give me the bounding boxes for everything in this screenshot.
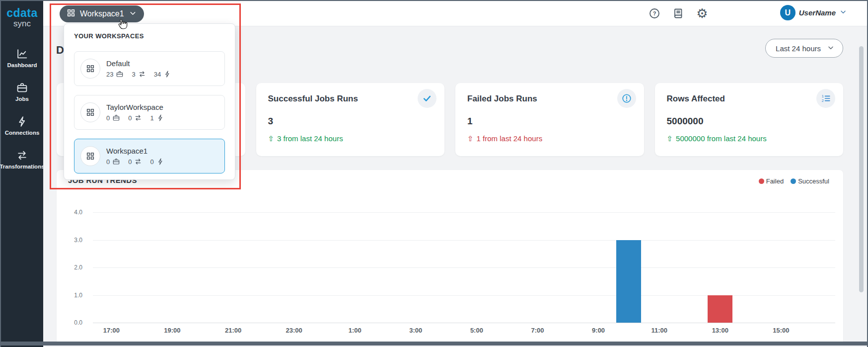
legend-item-failed[interactable]: Failed — [759, 177, 784, 185]
workspace-stat-count: 3 — [132, 71, 135, 78]
stat-card-rows-affected: Rows Affected125000000⇧5000000 from last… — [655, 83, 844, 156]
docs-icon[interactable] — [672, 7, 684, 19]
job-run-trends-panel: JOB RUN TRENDS FailedSuccessful 4.03.02.… — [57, 170, 843, 342]
bar-chart-plot — [93, 212, 835, 323]
workspace-stat-count: 0 — [150, 158, 153, 166]
sidebar-item-label: Transformations — [0, 164, 45, 170]
legend-item-successful[interactable]: Successful — [791, 177, 829, 185]
user-name: UserName — [799, 8, 836, 17]
workspace-stat-count: 34 — [154, 71, 161, 78]
x-tick-label: 13:00 — [712, 327, 728, 334]
logo-cdata: cdata — [1, 7, 43, 19]
lightning-icon — [16, 115, 28, 128]
workspace-stat-count: 0 — [128, 114, 132, 122]
vertical-scrollbar — [857, 26, 865, 342]
y-tick-label: 2.0 — [74, 264, 82, 271]
stat-card-title: Successful Jobs Runs — [268, 94, 433, 104]
x-axis-labels: 17:0019:0021:0023:001:003:005:007:009:00… — [93, 327, 835, 337]
chart-gridline — [93, 267, 835, 268]
scrollbar-thumb[interactable] — [859, 46, 864, 292]
workspace-stats: 23334 — [106, 70, 171, 78]
workspace-item-info: TaylorWorkspace001 — [106, 103, 164, 122]
logo-sync: sync — [1, 19, 43, 29]
topbar-icons: ? ⚙ — [649, 7, 708, 19]
sidebar-item-transformations[interactable]: Transformations — [1, 142, 43, 176]
sidebar-item-label: Dashboard — [7, 62, 37, 68]
workspace-stats: 000 — [106, 158, 164, 166]
x-tick-label: 11:00 — [651, 327, 667, 334]
briefcase-icon — [16, 82, 28, 94]
window-bottom-edge — [1, 342, 867, 346]
workspace-item-workspace1[interactable]: Workspace1000 — [74, 139, 225, 174]
briefcase-icon — [112, 158, 120, 166]
workspace-stat-count: 0 — [128, 158, 132, 166]
stat-card-successful-jobs-runs: Successful Jobs Runs3⇧3 from last 24 hou… — [256, 83, 445, 156]
workspace-stat-connections: 1 — [150, 114, 164, 122]
x-tick-label: 17:00 — [103, 327, 120, 334]
workspace-stat-transformations: 0 — [128, 158, 142, 166]
sidebar-item-jobs[interactable]: Jobs — [1, 75, 43, 108]
workspace-stat-jobs: 0 — [106, 114, 120, 122]
chart-bar-successful — [616, 240, 641, 323]
x-tick-label: 15:00 — [773, 327, 789, 334]
chevron-down-icon — [839, 8, 847, 18]
workspace-stat-count: 0 — [106, 114, 110, 122]
stat-card-delta: ⇧3 from last 24 hours — [268, 134, 343, 143]
workspace-stat-count: 0 — [106, 158, 110, 166]
help-icon[interactable]: ? — [649, 7, 660, 19]
legend-label: Successful — [798, 177, 829, 185]
workspace-stats: 001 — [106, 114, 164, 122]
workspace-item-taylorworkspace[interactable]: TaylorWorkspace001 — [74, 95, 225, 130]
exchange-icon — [134, 158, 142, 166]
stat-card-delta-text: 1 from last 24 hours — [477, 134, 543, 143]
legend-dot-icon — [791, 178, 796, 184]
x-tick-label: 19:00 — [164, 327, 180, 334]
settings-gear-icon[interactable]: ⚙ — [696, 7, 708, 19]
y-axis-labels: 4.03.02.01.00.0 — [57, 212, 87, 323]
workspace-dropdown: YOUR WORKSPACES Default23334TaylorWorksp… — [64, 23, 235, 180]
stat-card-numbered-list-icon: 12 — [816, 89, 835, 108]
sidebar-nav: DashboardJobsConnectionsTransformations — [1, 41, 43, 176]
cdata-sync-logo: cdata sync — [1, 1, 43, 29]
lightning-icon — [156, 114, 164, 122]
stat-card-delta-text: 3 from last 24 hours — [277, 134, 343, 143]
x-tick-label: 21:00 — [225, 327, 241, 334]
chart-gridline — [93, 240, 835, 241]
sidebar-item-connections[interactable]: Connections — [1, 108, 43, 142]
workspace-stat-jobs: 0 — [106, 158, 120, 166]
x-tick-label: 7:00 — [531, 327, 544, 334]
line-chart-icon — [16, 48, 28, 60]
stat-card-delta: ⇧5000000 from last 24 hours — [667, 134, 767, 143]
stat-card-title: Rows Affected — [667, 94, 832, 104]
workspace-grid-icon — [80, 59, 100, 79]
chart-legend: FailedSuccessful — [759, 177, 829, 185]
stat-card-title: Failed Jobs Runs — [467, 94, 632, 104]
stat-card-info-icon — [617, 89, 636, 108]
workspace-selector-button[interactable]: Workspace1 — [60, 5, 144, 22]
stat-card-delta: ⇧1 from last 24 hours — [467, 134, 542, 143]
up-arrow-icon: ⇧ — [268, 134, 275, 143]
workspace-stat-transformations: 0 — [128, 114, 142, 122]
time-range-dropdown[interactable]: Last 24 hours — [765, 39, 843, 58]
y-tick-label: 1.0 — [74, 292, 82, 299]
workspace-grid-icon — [80, 102, 100, 122]
stat-card-failed-jobs-runs: Failed Jobs Runs1⇧1 from last 24 hours — [455, 83, 644, 156]
workspace-item-info: Workspace1000 — [106, 147, 164, 166]
workspace-grid-icon — [67, 8, 75, 19]
sidebar-item-dashboard[interactable]: Dashboard — [1, 41, 43, 75]
x-tick-label: 5:00 — [470, 327, 483, 334]
workspace-item-default[interactable]: Default23334 — [74, 51, 225, 86]
topbar: Workspace1 ? ⚙ U UserName — [43, 1, 867, 26]
workspace-stat-jobs: 23 — [106, 70, 124, 78]
sidebar: cdata sync DashboardJobsConnectionsTrans… — [1, 1, 43, 347]
time-range-label: Last 24 hours — [776, 44, 821, 53]
workspace-list: Default23334TaylorWorkspace001Workspace1… — [74, 51, 225, 174]
lightning-icon — [163, 70, 171, 78]
y-tick-label: 4.0 — [74, 209, 82, 216]
app-window: cdata sync DashboardJobsConnectionsTrans… — [0, 0, 868, 347]
x-tick-label: 3:00 — [409, 327, 422, 334]
user-menu[interactable]: U UserName — [780, 5, 847, 20]
workspace-item-info: Default23334 — [106, 59, 171, 78]
workspace-grid-icon — [80, 146, 100, 166]
chart-gridline — [93, 323, 835, 323]
